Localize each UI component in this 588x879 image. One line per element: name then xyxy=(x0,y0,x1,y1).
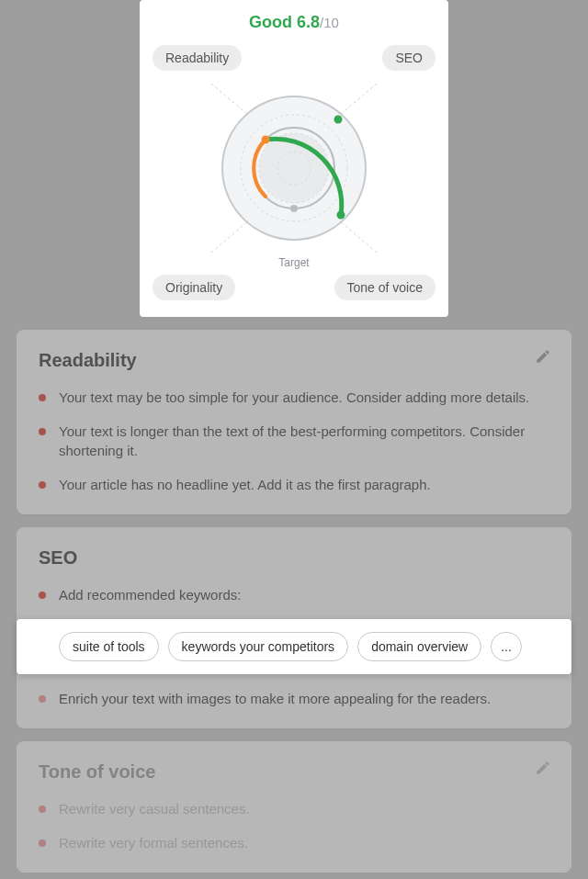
list-item: Rewrite very formal sentences. xyxy=(39,833,549,852)
keyword-more-button[interactable]: ... xyxy=(491,632,522,661)
svg-point-11 xyxy=(334,116,343,124)
list-item: Your article has no headline yet. Add it… xyxy=(39,475,549,494)
score-card: Good 6.8/10 Readability SEO xyxy=(140,0,448,317)
severity-dot-icon xyxy=(39,806,46,813)
severity-dot-icon xyxy=(39,592,46,599)
keyword-strip: suite of tools keywords your competitors… xyxy=(17,619,571,674)
item-text: Add recommended keywords: xyxy=(59,585,241,604)
axis-chip-tone[interactable]: Tone of voice xyxy=(334,275,436,300)
svg-point-9 xyxy=(290,205,298,212)
readability-title: Readability xyxy=(39,350,549,371)
score-line: Good 6.8/10 xyxy=(153,13,435,32)
edit-icon[interactable] xyxy=(535,348,551,368)
item-text: Your text may be too simple for your aud… xyxy=(59,388,529,407)
radar-chart xyxy=(153,76,435,260)
item-text: Rewrite very formal sentences. xyxy=(59,833,248,852)
seo-card: SEO Add recommended keywords: suite of t… xyxy=(17,527,571,728)
edit-icon[interactable] xyxy=(535,760,551,780)
item-text: Your text is longer than the text of the… xyxy=(59,422,549,460)
severity-dot-icon xyxy=(39,481,46,489)
target-label: Target xyxy=(153,256,435,269)
severity-dot-icon xyxy=(39,840,46,847)
severity-dot-icon xyxy=(39,394,46,401)
tone-title: Tone of voice xyxy=(39,761,549,783)
keyword-chip[interactable]: keywords your competitors xyxy=(168,632,349,661)
svg-point-10 xyxy=(262,136,270,144)
list-item: Your text is longer than the text of the… xyxy=(39,422,549,460)
list-item: Add recommended keywords: xyxy=(39,585,549,604)
score-max: /10 xyxy=(320,15,339,30)
axis-chip-originality[interactable]: Originality xyxy=(153,275,235,300)
axis-chip-readability[interactable]: Readability xyxy=(153,45,242,71)
severity-dot-icon xyxy=(39,428,46,435)
seo-title: SEO xyxy=(39,547,549,569)
item-text: Rewrite very casual sentences. xyxy=(59,799,250,818)
keyword-chip[interactable]: suite of tools xyxy=(59,632,159,661)
axis-chip-seo[interactable]: SEO xyxy=(382,45,435,71)
svg-point-12 xyxy=(337,211,345,220)
tone-card: Tone of voice Rewrite very casual senten… xyxy=(17,741,571,873)
list-item: Your text may be too simple for your aud… xyxy=(39,388,549,407)
severity-dot-icon xyxy=(39,695,46,703)
score-value-num: 6.8 xyxy=(297,13,320,31)
score-label: Good xyxy=(249,13,292,31)
item-text: Enrich your text with images to make it … xyxy=(59,689,491,708)
list-item: Enrich your text with images to make it … xyxy=(39,689,549,708)
readability-card: Readability Your text may be too simple … xyxy=(17,330,571,514)
item-text: Your article has no headline yet. Add it… xyxy=(59,475,431,494)
keyword-chip[interactable]: domain overview xyxy=(357,632,481,661)
list-item: Rewrite very casual sentences. xyxy=(39,799,549,818)
